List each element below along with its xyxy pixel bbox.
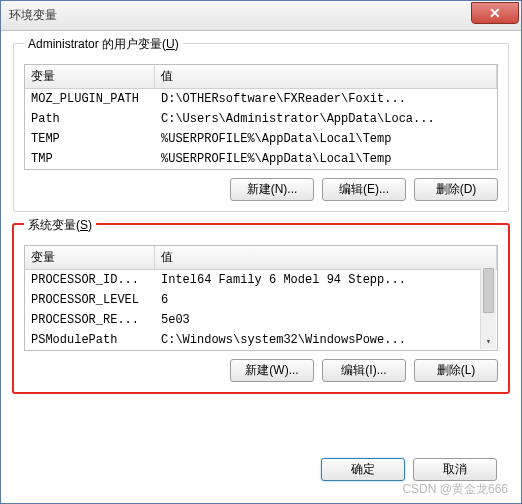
close-icon: ✕ — [489, 5, 501, 21]
list-header: 变量 值 — [25, 65, 497, 89]
cancel-button[interactable]: 取消 — [413, 458, 497, 481]
list-header: 变量 值 — [25, 246, 497, 270]
system-vars-list[interactable]: 变量 值 PROCESSOR_ID... Intel64 Family 6 Mo… — [24, 245, 498, 351]
col-header-variable[interactable]: 变量 — [25, 65, 155, 88]
user-edit-button[interactable]: 编辑(E)... — [322, 178, 406, 201]
dialog-content: Administrator 的用户变量(U) 变量 值 MOZ_PLUGIN_P… — [1, 31, 521, 503]
scrollbar[interactable]: ▾ — [480, 268, 496, 349]
system-new-button[interactable]: 新建(W)... — [230, 359, 314, 382]
chevron-down-icon[interactable]: ▾ — [481, 333, 496, 349]
ok-button[interactable]: 确定 — [321, 458, 405, 481]
system-vars-buttons: 新建(W)... 编辑(I)... 删除(L) — [24, 359, 498, 382]
user-vars-group: Administrator 的用户变量(U) 变量 值 MOZ_PLUGIN_P… — [13, 43, 509, 212]
table-row[interactable]: PSModulePath C:\Windows\system32\Windows… — [25, 330, 480, 350]
user-new-button[interactable]: 新建(N)... — [230, 178, 314, 201]
col-header-value[interactable]: 值 — [155, 246, 497, 269]
system-vars-legend: 系统变量(S) — [24, 217, 96, 234]
table-row[interactable]: MOZ_PLUGIN_PATH D:\OTHERsoftware\FXReade… — [25, 89, 497, 109]
table-row[interactable]: PROCESSOR_ID... Intel64 Family 6 Model 9… — [25, 270, 480, 290]
env-vars-dialog: 环境变量 ✕ Administrator 的用户变量(U) 变量 值 MOZ_P… — [0, 0, 522, 504]
close-button[interactable]: ✕ — [471, 2, 519, 24]
user-delete-button[interactable]: 删除(D) — [414, 178, 498, 201]
system-vars-group: 系统变量(S) 变量 值 PROCESSOR_ID... Intel64 Fam… — [13, 224, 509, 393]
scroll-thumb[interactable] — [483, 268, 494, 313]
dialog-footer: 确定 取消 — [13, 448, 509, 493]
list-body: PROCESSOR_ID... Intel64 Family 6 Model 9… — [25, 270, 480, 350]
window-title: 环境变量 — [9, 7, 57, 24]
table-row[interactable]: Path C:\Users\Administrator\AppData\Loca… — [25, 109, 497, 129]
list-body: MOZ_PLUGIN_PATH D:\OTHERsoftware\FXReade… — [25, 89, 497, 169]
table-row[interactable]: TEMP %USERPROFILE%\AppData\Local\Temp — [25, 129, 497, 149]
col-header-value[interactable]: 值 — [155, 65, 497, 88]
titlebar: 环境变量 ✕ — [1, 1, 521, 31]
user-vars-buttons: 新建(N)... 编辑(E)... 删除(D) — [24, 178, 498, 201]
table-row[interactable]: PROCESSOR_LEVEL 6 — [25, 290, 480, 310]
col-header-variable[interactable]: 变量 — [25, 246, 155, 269]
system-edit-button[interactable]: 编辑(I)... — [322, 359, 406, 382]
user-vars-legend: Administrator 的用户变量(U) — [24, 36, 183, 53]
table-row[interactable]: PROCESSOR_RE... 5e03 — [25, 310, 480, 330]
system-delete-button[interactable]: 删除(L) — [414, 359, 498, 382]
table-row[interactable]: TMP %USERPROFILE%\AppData\Local\Temp — [25, 149, 497, 169]
user-vars-list[interactable]: 变量 值 MOZ_PLUGIN_PATH D:\OTHERsoftware\FX… — [24, 64, 498, 170]
